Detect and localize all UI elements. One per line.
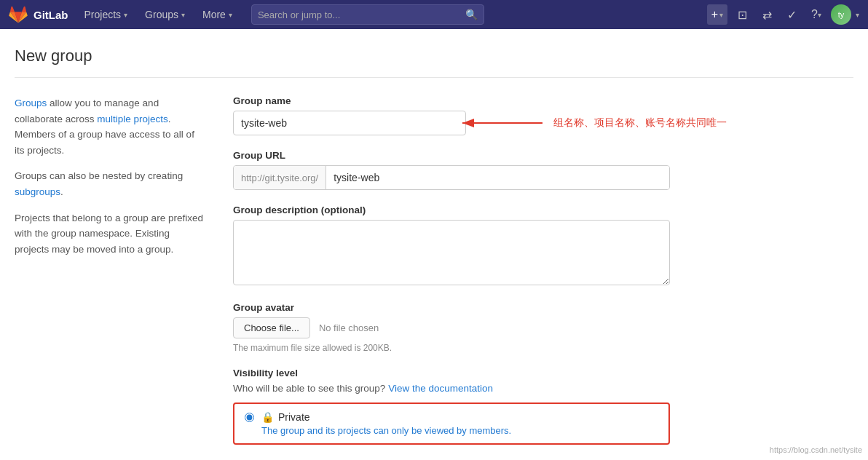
page-title: New group bbox=[15, 47, 853, 78]
private-content: 🔒 Private The group and its projects can… bbox=[261, 411, 658, 436]
group-url-label: Group URL bbox=[233, 150, 670, 161]
user-avatar[interactable]: ty bbox=[831, 4, 851, 25]
todo-icon[interactable]: ✓ bbox=[781, 4, 802, 25]
visibility-label: Visibility level bbox=[233, 368, 670, 378]
projects-chevron-icon: ▾ bbox=[124, 11, 127, 19]
url-prefix: http://git.tysite.org/ bbox=[234, 166, 326, 189]
brand-name: GitLab bbox=[33, 9, 68, 21]
groups-chevron-icon: ▾ bbox=[181, 11, 185, 19]
annotation-arrow-icon bbox=[459, 114, 546, 132]
help-chevron-icon: ▾ bbox=[818, 11, 821, 19]
info-para-1: Groups allow you to manage and collabora… bbox=[15, 95, 204, 158]
group-url-section: Group URL http://git.tysite.org/ bbox=[233, 150, 670, 190]
group-name-section: Group name 组名称、项目名称、账号名称共同唯一 bbox=[233, 95, 670, 135]
sidebar-info: Groups allow you to manage and collabora… bbox=[15, 95, 204, 459]
brand-logo[interactable]: GitLab bbox=[9, 5, 68, 24]
info-para-3: Projects that belong to a group are pref… bbox=[15, 210, 204, 258]
plus-chevron-icon: ▾ bbox=[719, 11, 723, 19]
multiple-projects-link[interactable]: multiple projects bbox=[97, 114, 168, 124]
private-option[interactable]: 🔒 Private The group and its projects can… bbox=[233, 402, 670, 445]
choose-file-button[interactable]: Choose file... bbox=[233, 317, 310, 338]
group-url-input[interactable] bbox=[326, 166, 669, 189]
search-input[interactable] bbox=[258, 9, 461, 20]
merge-request-icon[interactable]: ⇄ bbox=[757, 4, 777, 25]
page-content: New group Groups allow you to manage and… bbox=[0, 29, 868, 460]
navbar: GitLab Projects ▾ Groups ▾ More ▾ 🔍 + ▾ … bbox=[0, 0, 868, 29]
watermark: https://blog.csdn.net/tysite bbox=[770, 445, 862, 454]
private-title: 🔒 Private bbox=[261, 411, 658, 423]
nav-icons: + ▾ ⊡ ⇄ ✓ ? ▾ ty ▾ bbox=[707, 4, 859, 25]
gitlab-logo-icon bbox=[9, 5, 28, 24]
subgroups-link[interactable]: subgroups bbox=[15, 186, 60, 197]
group-name-label: Group name bbox=[233, 95, 670, 106]
view-doc-link[interactable]: View the documentation bbox=[388, 383, 493, 394]
lock-icon: 🔒 bbox=[261, 411, 274, 423]
file-size-hint: The maximum file size allowed is 200KB. bbox=[233, 343, 670, 353]
nav-item-projects[interactable]: Projects ▾ bbox=[77, 0, 135, 29]
private-desc: The group and its projects can only be v… bbox=[261, 425, 658, 436]
group-avatar-label: Group avatar bbox=[233, 302, 670, 313]
nav-item-more[interactable]: More ▾ bbox=[195, 0, 240, 29]
private-radio[interactable] bbox=[245, 413, 254, 422]
form-main: Group name 组名称、项目名称、账号名称共同唯一 bbox=[233, 95, 670, 459]
visibility-desc: Who will be able to see this group? View… bbox=[233, 383, 670, 394]
group-description-section: Group description (optional) bbox=[233, 205, 670, 288]
nav-item-groups[interactable]: Groups ▾ bbox=[138, 0, 192, 29]
search-icon[interactable]: 🔍 bbox=[465, 9, 478, 20]
new-item-button[interactable]: + ▾ bbox=[707, 4, 727, 25]
group-url-field: http://git.tysite.org/ bbox=[233, 165, 670, 190]
form-layout: Groups allow you to manage and collabora… bbox=[15, 95, 853, 459]
no-file-text: No file chosen bbox=[319, 322, 379, 333]
info-para-2: Groups can also be nested by creating su… bbox=[15, 168, 204, 199]
group-desc-label: Group description (optional) bbox=[233, 205, 670, 215]
avatar-chevron-icon[interactable]: ▾ bbox=[856, 11, 859, 19]
group-name-input[interactable] bbox=[233, 111, 466, 135]
search-bar: 🔍 bbox=[251, 4, 484, 25]
more-chevron-icon: ▾ bbox=[229, 11, 232, 19]
groups-link[interactable]: Groups bbox=[15, 98, 47, 108]
visibility-section: Visibility level Who will be able to see… bbox=[233, 368, 670, 445]
help-icon[interactable]: ? ▾ bbox=[806, 4, 826, 25]
avatar-row: Choose file... No file chosen bbox=[233, 317, 670, 338]
panel-icon[interactable]: ⊡ bbox=[732, 4, 752, 25]
group-desc-input[interactable] bbox=[233, 220, 670, 285]
annotation-text: 组名称、项目名称、账号名称共同唯一 bbox=[553, 116, 727, 130]
group-avatar-section: Group avatar Choose file... No file chos… bbox=[233, 302, 670, 353]
